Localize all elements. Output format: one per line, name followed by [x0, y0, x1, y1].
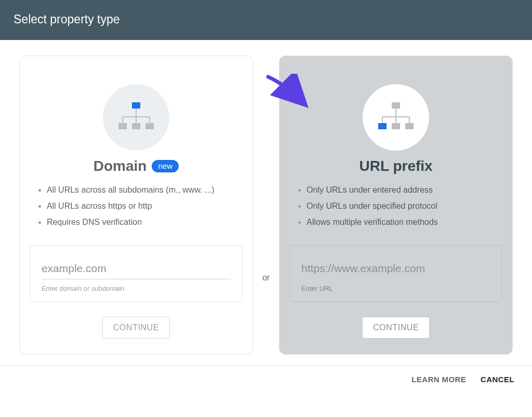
domain-helper: Enter domain or subdomain	[42, 285, 231, 292]
domain-sitemap-icon	[103, 84, 169, 151]
svg-rect-8	[145, 123, 154, 129]
svg-rect-9	[392, 102, 400, 109]
url-sitemap-icon	[363, 84, 429, 151]
url-prefix-card[interactable]: URL prefix Only URLs under entered addre…	[279, 56, 513, 355]
url-input[interactable]	[301, 259, 490, 279]
list-item: Only URLs under specified protocol	[307, 200, 503, 212]
list-item: All URLs across https or http	[47, 200, 243, 212]
list-item: Only URLs under entered address	[307, 184, 503, 196]
url-bullet-list: Only URLs under entered address Only URL…	[289, 184, 503, 233]
svg-rect-15	[378, 123, 387, 129]
domain-input-box: Enter domain or subdomain	[30, 245, 243, 302]
domain-card[interactable]: Domain new All URLs across all subdomain…	[19, 56, 253, 355]
domain-continue-button[interactable]: CONTINUE	[102, 317, 170, 339]
new-badge: new	[152, 160, 179, 172]
url-title: URL prefix	[360, 158, 433, 174]
annotation-arrow-icon	[264, 74, 312, 113]
url-input-box: Enter URL	[289, 245, 502, 302]
url-title-row: URL prefix	[360, 158, 433, 174]
list-item: Allows multiple verification methods	[307, 216, 503, 228]
list-item: Requires DNS verification	[47, 216, 243, 228]
svg-rect-16	[392, 123, 400, 129]
dialog-header: Select property type	[0, 0, 532, 40]
url-helper: Enter URL	[301, 285, 490, 292]
dialog-title: Select property type	[14, 12, 120, 26]
svg-rect-7	[132, 123, 140, 129]
cancel-button[interactable]: CANCEL	[481, 375, 514, 384]
dialog-footer: LEARN MORE CANCEL	[0, 365, 532, 393]
svg-rect-0	[132, 102, 140, 109]
cards-container: Domain new All URLs across all subdomain…	[0, 40, 532, 365]
svg-rect-6	[118, 123, 127, 129]
url-continue-button[interactable]: CONTINUE	[362, 317, 430, 339]
domain-bullet-list: All URLs across all subdomains (m., www.…	[29, 184, 243, 233]
or-label: or	[262, 128, 270, 283]
domain-title: Domain	[94, 158, 147, 174]
learn-more-button[interactable]: LEARN MORE	[411, 375, 466, 384]
domain-input[interactable]	[42, 259, 231, 279]
list-item: All URLs across all subdomains (m., www.…	[47, 184, 243, 196]
svg-rect-17	[405, 123, 414, 129]
domain-title-row: Domain new	[94, 158, 179, 174]
